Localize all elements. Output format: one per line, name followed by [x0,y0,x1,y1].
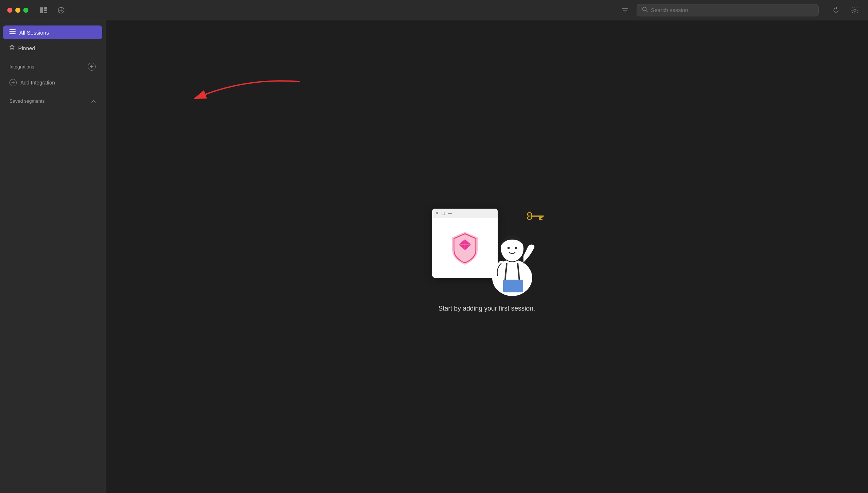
pinned-label: Pinned [18,45,35,51]
svg-point-30 [515,247,517,249]
svg-rect-3 [44,12,47,13]
annotation-arrow [176,74,315,111]
svg-line-11 [646,10,648,12]
refresh-button[interactable] [830,4,842,16]
main-content: ✕▢— [105,20,868,493]
chevron-up-icon [91,99,96,104]
svg-point-10 [643,7,646,11]
empty-state-text: Start by adding your first session. [438,305,535,312]
titlebar-right [830,4,861,16]
close-button[interactable] [7,8,12,13]
search-icon [642,7,648,14]
svg-point-12 [854,9,856,11]
filter-button[interactable] [619,4,631,16]
integrations-add-button[interactable] [88,63,96,71]
titlebar [0,0,868,20]
integrations-label: Integrations [9,64,34,70]
sidebar-item-all-sessions[interactable]: All Sessions [3,25,102,39]
saved-segments-label: Saved segments [9,98,45,104]
traffic-lights [7,8,28,13]
shield-icon [449,230,481,267]
search-input[interactable] [651,7,813,13]
key-icon: 🗝 [526,205,545,227]
sidebar: All Sessions Pinned Integrations [0,20,105,493]
new-tab-button[interactable] [55,4,67,16]
sidebar-toggle-button[interactable] [38,4,49,16]
settings-button[interactable] [849,4,861,16]
add-integration-icon [9,79,17,86]
saved-segments-header[interactable]: Saved segments [3,95,102,107]
add-integration-label: Add Integration [20,80,55,86]
add-integration-item[interactable]: Add Integration [3,76,102,90]
svg-rect-2 [44,9,47,11]
all-sessions-label: All Sessions [19,29,49,36]
svg-rect-15 [9,33,16,34]
svg-rect-13 [9,29,16,30]
svg-rect-1 [44,7,47,9]
minimize-button[interactable] [15,8,20,13]
illustration: ✕▢— [425,201,549,296]
svg-rect-14 [9,31,16,32]
sidebar-item-pinned[interactable]: Pinned [3,41,102,55]
svg-point-29 [507,247,510,249]
integrations-section-header: Integrations [3,59,102,74]
pin-icon [9,44,15,52]
maximize-button[interactable] [23,8,28,13]
sessions-icon [9,29,16,36]
svg-rect-0 [40,7,43,13]
main-layout: All Sessions Pinned Integrations [0,20,868,493]
svg-rect-27 [503,280,523,292]
person-illustration [483,216,541,296]
search-bar[interactable] [637,4,819,16]
empty-state: ✕▢— [425,201,549,312]
